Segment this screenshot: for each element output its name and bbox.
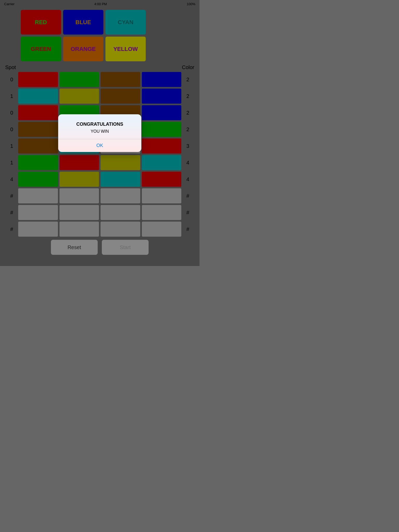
modal-message: YOU WIN — [64, 129, 135, 134]
modal-dialog: CONGRATULATIONS YOU WIN OK — [58, 114, 141, 152]
modal-ok-button[interactable]: OK — [64, 139, 135, 152]
modal-title: CONGRATULATIONS — [64, 122, 135, 127]
modal-overlay: CONGRATULATIONS YOU WIN OK — [0, 0, 200, 266]
